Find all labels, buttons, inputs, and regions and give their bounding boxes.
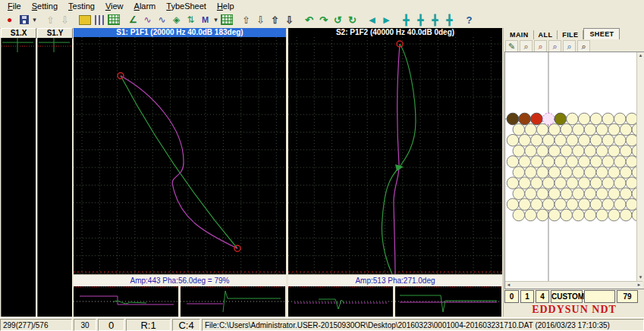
tube[interactable] [626,177,636,189]
fit-trace-icon[interactable]: ╋ [442,13,457,27]
rotate-ccw-fine-icon[interactable]: ↺ [331,13,345,27]
tube[interactable] [554,177,567,189]
tube[interactable] [608,123,620,136]
tube-indication[interactable] [531,113,543,125]
shift-down-icon[interactable]: ⇩ [253,13,268,27]
tube[interactable] [614,134,627,146]
tube[interactable] [561,209,573,221]
tube[interactable] [602,198,614,211]
tube[interactable] [542,198,554,211]
tube[interactable] [507,156,519,168]
tube[interactable] [561,145,573,158]
tube[interactable] [584,188,596,200]
tubesheet-hscrollbar[interactable]: ◄ ► [505,281,642,289]
tube[interactable] [596,123,608,136]
tube[interactable] [519,177,531,189]
tube[interactable] [525,209,537,221]
prev-record-icon[interactable]: ◀ [365,13,379,27]
tube[interactable] [548,209,561,221]
tube[interactable] [596,167,608,179]
channel-settings-icon[interactable] [92,13,106,27]
tube[interactable] [573,167,585,179]
tube[interactable] [590,198,602,211]
tube[interactable] [614,113,627,125]
tube[interactable] [531,177,543,189]
tube[interactable] [573,209,585,221]
tube[interactable] [626,134,636,146]
tube[interactable] [507,177,519,189]
tubesheet-vscrollbar[interactable]: ▲ ▼ [636,52,644,281]
tube[interactable] [513,209,525,221]
tube[interactable] [578,198,590,211]
tab-file[interactable]: FILE [558,30,583,39]
tube[interactable] [573,123,585,136]
tube[interactable] [548,123,561,136]
sheet-footer-cell-4[interactable]: CUSTOM [551,290,583,303]
tube[interactable] [554,156,567,168]
tube-indication[interactable] [519,113,531,125]
tube[interactable] [620,167,632,179]
scope2-display[interactable] [288,37,502,274]
tube[interactable] [590,177,602,189]
tube[interactable] [602,156,614,168]
tube[interactable] [596,145,608,158]
tube[interactable] [525,188,537,200]
scroll-up-icon[interactable]: ▲ [637,52,644,59]
tube[interactable] [584,167,596,179]
mix-icon[interactable]: M [198,13,212,27]
impedance-plane-icon[interactable]: ∠ [126,13,140,27]
tube[interactable] [614,198,627,211]
tube[interactable] [608,145,620,158]
save-icon[interactable] [17,13,31,27]
tube[interactable] [513,123,525,136]
tube[interactable] [513,167,525,179]
bottom-strip-s1x[interactable] [74,286,178,317]
sheet-footer-cell-1[interactable]: 0 [504,290,519,303]
save-dropdown-icon[interactable]: ▾ [31,13,38,27]
auto-balance-icon[interactable]: ⇅ [184,13,198,27]
tab-sheet[interactable]: SHEET [583,28,620,39]
shift-up-icon[interactable]: ⇧ [239,13,253,27]
tube[interactable] [620,123,632,136]
tube[interactable] [596,209,608,221]
tube[interactable] [561,188,573,200]
tube[interactable] [578,177,590,189]
tube[interactable] [554,134,567,146]
page-down-icon[interactable]: ⇩ [58,13,72,27]
bottom-strip-s1y[interactable] [181,286,285,317]
scroll-down-icon[interactable]: ▼ [637,274,644,281]
move-vertical-icon[interactable]: ╋ [413,13,428,27]
tube[interactable] [567,177,579,189]
zoom-out-icon[interactable]: ⌕ [520,40,532,52]
tube[interactable] [608,167,620,179]
tube[interactable] [573,188,585,200]
expand-down-icon[interactable]: ⇩ [282,13,297,27]
tube[interactable] [620,145,632,158]
scroll-left-icon[interactable]: ◄ [505,282,512,289]
rotate-cw-fine-icon[interactable]: ↻ [345,13,360,27]
tube[interactable] [573,145,585,158]
tube[interactable] [596,188,608,200]
tab-main[interactable]: MAIN [505,30,534,39]
scope1-display[interactable] [74,37,286,274]
menu-item-alarm[interactable]: Alarm [129,2,162,11]
tube[interactable] [554,198,567,211]
scroll-right-icon[interactable]: ► [636,282,642,289]
tube[interactable] [602,177,614,189]
tube[interactable] [567,134,579,146]
zoom-select-icon[interactable]: ⌕ [577,40,590,52]
sheet-footer-cell-3[interactable]: 4 [536,290,549,303]
tube[interactable] [614,156,627,168]
rotate-ccw-icon[interactable]: ↶ [302,13,316,27]
tube[interactable] [525,145,537,158]
zoom-reset-icon[interactable]: ⌕ [563,40,576,52]
menu-item-help[interactable]: Help [212,2,240,11]
tube[interactable] [602,113,614,125]
tube[interactable] [614,177,627,189]
menu-item-file[interactable]: File [2,2,27,11]
bottom-strip-s2x[interactable] [288,286,393,317]
scope1-title-bar[interactable]: S1: P1F1 (20000 Hz 40.0dB 183deg) [74,28,286,37]
tube[interactable] [567,156,579,168]
tube[interactable] [536,123,548,136]
tube[interactable] [525,167,537,179]
